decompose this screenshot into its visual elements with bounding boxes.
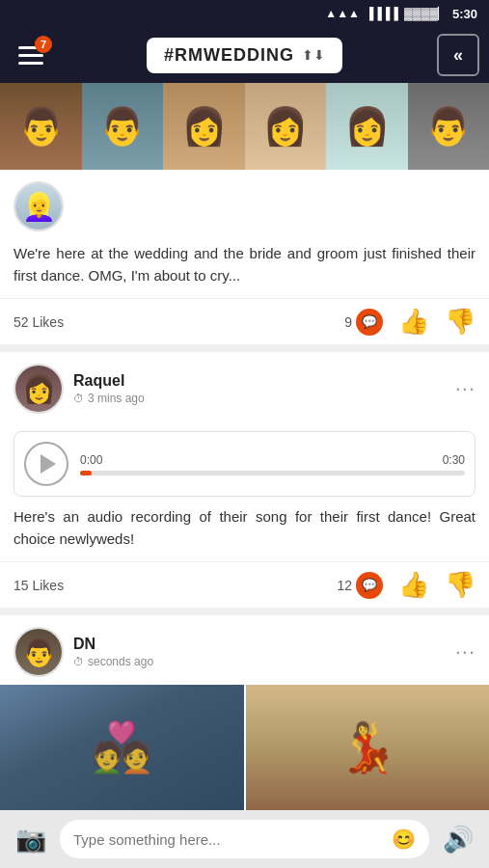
battery-icon: ▓▓▓▓▏: [404, 7, 447, 20]
top-nav-bar: 7 #RMWEDDING ⬆⬇ «: [0, 27, 489, 83]
thumbup-button-2[interactable]: 👍: [398, 570, 429, 600]
play-button-2[interactable]: [24, 442, 68, 486]
audio-player-2: 0:00 0:30: [14, 431, 475, 497]
post-time-2: ⏱ 3 mins ago: [73, 392, 446, 405]
sort-arrows-icon: ⬆⬇: [302, 47, 325, 63]
sound-button[interactable]: 🔊: [439, 820, 477, 858]
camera-icon: 📷: [15, 825, 46, 854]
comment-button-2[interactable]: 12 💬: [337, 572, 383, 599]
comment-bubble-icon-1: 💬: [356, 309, 383, 336]
likes-count-2: 15 Likes: [14, 578, 337, 593]
post-avatar-3: 👨: [14, 627, 64, 677]
post-meta-3: DN ⏱ seconds ago: [73, 636, 446, 668]
post-username-2: Raquel: [73, 372, 446, 390]
feed: 👱‍♀️ We're here at the wedding and the b…: [0, 170, 489, 810]
comment-bubble-icon-2: 💬: [356, 572, 383, 599]
progress-bar-2[interactable]: [80, 471, 465, 475]
clock-icon-3: ⏱: [73, 656, 84, 667]
comment-count-1: 9: [344, 314, 352, 330]
notification-badge: 7: [35, 36, 52, 53]
comment-button-1[interactable]: 9 💬: [344, 309, 383, 336]
post-avatar-1: 👱‍♀️: [14, 181, 64, 231]
message-input[interactable]: [73, 831, 384, 848]
photo-thumb-5[interactable]: 👩: [326, 83, 408, 170]
post-text-1: We're here at the wedding and the bride …: [0, 239, 489, 298]
channel-name: #RMWEDDING: [164, 45, 294, 66]
post-image-3-2[interactable]: 💃: [246, 685, 490, 810]
signal-icon: ▐▐▐▐: [366, 7, 398, 20]
footer-actions-2: 12 💬 👍 👎: [337, 570, 475, 600]
wifi-icon: ▲▲▲: [325, 7, 360, 20]
status-bar: ▲▲▲ ▐▐▐▐ ▓▓▓▓▏ 5:30: [0, 0, 489, 27]
post-meta-2: Raquel ⏱ 3 mins ago: [73, 372, 446, 405]
likes-count-1: 52 Likes: [14, 314, 344, 330]
camera-button[interactable]: 📷: [12, 820, 50, 858]
photo-thumb-6[interactable]: 👨: [408, 83, 490, 170]
comment-count-2: 12: [337, 578, 352, 593]
post-card-2: 👩 Raquel ⏱ 3 mins ago ··· 0:00 0:30: [0, 352, 489, 608]
post-header-3: 👨 DN ⏱ seconds ago ···: [0, 615, 489, 685]
play-triangle-icon: [41, 454, 56, 474]
photo-thumb-4[interactable]: 👩: [245, 83, 327, 170]
footer-actions-1: 9 💬 👍 👎: [344, 307, 475, 337]
photos-strip: 👨 👨 👩 👩 👩 👨: [0, 83, 489, 170]
post-card-3: 👨 DN ⏱ seconds ago ··· 💑: [0, 615, 489, 810]
post-card-1: 👱‍♀️ We're here at the wedding and the b…: [0, 170, 489, 344]
emoji-button[interactable]: 😊: [392, 827, 416, 851]
post-footer-2: 15 Likes 12 💬 👍 👎: [0, 561, 489, 608]
hamburger-icon: [18, 62, 43, 65]
thumbdown-button-1[interactable]: 👎: [445, 307, 475, 337]
post-header-1: 👱‍♀️: [0, 170, 489, 239]
post-image-3-1[interactable]: 💑: [0, 685, 244, 810]
audio-progress-2: 0:00 0:30: [80, 453, 465, 475]
audio-current-time: 0:00: [80, 453, 102, 467]
photo-thumb-1[interactable]: 👨: [0, 83, 82, 170]
text-input-container: 😊: [60, 820, 429, 858]
progress-fill-2: [80, 471, 92, 475]
menu-button[interactable]: 7: [10, 34, 52, 76]
post-avatar-2: 👩: [14, 364, 64, 414]
thumbup-button-1[interactable]: 👍: [398, 307, 429, 337]
post-images-3: 💑 💃: [0, 685, 489, 810]
post-header-2: 👩 Raquel ⏱ 3 mins ago ···: [0, 352, 489, 421]
photo-thumb-3[interactable]: 👩: [163, 83, 245, 170]
clock-icon-2: ⏱: [73, 393, 84, 404]
audio-times-2: 0:00 0:30: [80, 453, 465, 467]
sound-icon: 🔊: [443, 825, 474, 854]
audio-total-time: 0:30: [443, 453, 465, 467]
post-username-3: DN: [73, 636, 446, 653]
photo-thumb-2[interactable]: 👨: [82, 83, 164, 170]
back-button[interactable]: «: [437, 34, 479, 76]
channel-selector[interactable]: #RMWEDDING ⬆⬇: [147, 38, 342, 73]
thumbdown-button-2[interactable]: 👎: [445, 570, 475, 600]
bottom-input-bar: 📷 😊 🔊: [0, 810, 489, 868]
post-more-2[interactable]: ···: [455, 378, 475, 399]
status-time: 5:30: [452, 7, 477, 21]
post-time-label-2: 3 mins ago: [88, 392, 145, 405]
post-time-label-3: seconds ago: [88, 655, 153, 668]
hamburger-icon: [18, 54, 43, 57]
post-footer-1: 52 Likes 9 💬 👍 👎: [0, 298, 489, 344]
post-text-2: Here's an audio recording of their song …: [0, 502, 489, 561]
post-time-3: ⏱ seconds ago: [73, 655, 446, 668]
post-more-3[interactable]: ···: [455, 641, 475, 663]
